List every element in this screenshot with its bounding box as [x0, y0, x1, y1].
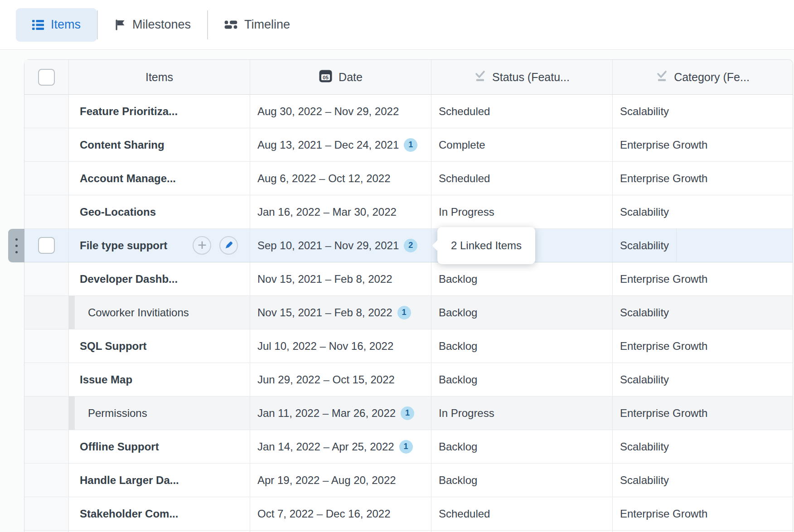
linked-items-tooltip: 2 Linked Items — [437, 227, 535, 264]
item-name-cell[interactable]: File type support+ — [69, 229, 250, 262]
linked-items-badge[interactable]: 2 — [404, 239, 417, 252]
table-row[interactable]: File type support+ Sep 10, 2021 – Nov 29… — [24, 229, 793, 262]
date-cell[interactable]: Aug 6, 2022 – Oct 12, 2022 — [250, 162, 431, 195]
calendar-icon: 05 — [319, 69, 333, 86]
status-cell[interactable]: Backlog — [431, 262, 613, 295]
category-cell[interactable]: Scalability — [613, 296, 793, 329]
table-row[interactable]: Offline Support Jan 14, 2022 – Apr 25, 2… — [24, 430, 793, 464]
category-cell[interactable]: Scalability — [613, 195, 793, 228]
check-bar-icon — [474, 70, 486, 85]
table-row[interactable]: Geo-Locations Jan 16, 2022 – Mar 30, 202… — [24, 195, 793, 229]
item-name-cell[interactable]: SQL Support — [69, 329, 250, 363]
date-cell[interactable]: Nov 15, 2021 – Feb 8, 2022 1 — [250, 296, 431, 329]
row-number-cell — [24, 464, 69, 497]
item-name-cell[interactable]: Issue Map — [69, 363, 250, 396]
status-cell[interactable]: Scheduled — [431, 497, 613, 530]
item-name-cell[interactable]: Content Sharing — [69, 128, 250, 161]
plus-icon: + — [198, 237, 207, 252]
add-child-button[interactable]: + — [193, 236, 211, 255]
status-cell[interactable]: Backlog — [431, 430, 613, 463]
row-number-cell — [24, 128, 69, 161]
status-cell[interactable]: Complete — [431, 128, 613, 161]
item-name-cell[interactable]: Handle Larger Da... — [69, 464, 250, 497]
row-number-cell — [24, 262, 69, 295]
linked-items-badge[interactable]: 1 — [399, 440, 413, 454]
select-all-checkbox[interactable] — [38, 69, 55, 86]
drag-handle[interactable] — [8, 229, 24, 262]
category-cell[interactable]: Scalability — [613, 430, 793, 463]
tab-milestones[interactable]: Milestones — [98, 8, 207, 42]
table-row[interactable]: Content Sharing Aug 13, 2021 – Dec 24, 2… — [24, 128, 793, 162]
date-cell[interactable]: Jun 29, 2022 – Oct 15, 2022 — [250, 363, 431, 396]
edit-item-button[interactable] — [219, 236, 238, 255]
category-cell[interactable]: Scalability — [613, 464, 793, 497]
tab-items[interactable]: Items — [16, 8, 97, 42]
date-cell[interactable]: Apr 19, 2022 – Aug 20, 2022 — [250, 464, 431, 497]
category-cell[interactable]: Enterprise Growth — [613, 397, 793, 430]
date-cell[interactable]: Aug 13, 2021 – Dec 24, 2021 1 — [250, 128, 431, 161]
tab-timeline-label: Timeline — [244, 18, 290, 32]
linked-items-badge[interactable]: 1 — [397, 306, 411, 319]
column-header-items[interactable]: Items — [69, 60, 250, 94]
category-cell[interactable]: Scalability — [613, 229, 677, 262]
table-row[interactable]: Handle Larger Da... Apr 19, 2022 – Aug 2… — [24, 464, 793, 497]
category-cell[interactable]: Scalability — [613, 95, 793, 128]
item-name-cell[interactable]: Offline Support — [69, 430, 250, 463]
item-name-cell[interactable]: Permissions — [69, 397, 250, 430]
item-name-cell[interactable]: Geo-Locations — [69, 195, 250, 228]
row-checkbox[interactable] — [38, 237, 55, 254]
select-all-cell — [24, 60, 69, 94]
category-cell[interactable]: Enterprise Growth — [613, 262, 793, 295]
table-body: Feature Prioritiza... Aug 30, 2022 – Nov… — [24, 95, 793, 532]
date-cell[interactable]: Jan 16, 2022 – Mar 30, 2022 — [250, 195, 431, 228]
date-cell[interactable]: Jul 10, 2022 – Nov 16, 2022 — [250, 329, 431, 363]
table-row[interactable]: SQL Support Jul 10, 2022 – Nov 16, 2022 … — [24, 329, 793, 363]
status-cell[interactable]: Scheduled — [431, 162, 613, 195]
date-cell[interactable]: Jan 14, 2022 – Apr 25, 2022 1 — [250, 430, 431, 463]
table-row[interactable]: Account Manage... Aug 6, 2022 – Oct 12, … — [24, 162, 793, 195]
tab-milestones-label: Milestones — [132, 18, 191, 32]
item-name-cell[interactable]: Account Manage... — [69, 162, 250, 195]
column-header-date[interactable]: 05 Date — [250, 60, 431, 94]
tab-timeline[interactable]: Timeline — [208, 8, 306, 42]
linked-items-badge[interactable]: 1 — [404, 138, 417, 152]
category-cell[interactable]: Enterprise Growth — [613, 329, 793, 363]
date-cell[interactable]: Oct 7, 2022 – Dec 16, 2022 — [250, 497, 431, 530]
column-header-status-label: Status (Featu... — [492, 71, 570, 84]
status-cell[interactable]: Backlog — [431, 296, 613, 329]
table-row[interactable]: Coworker Invitiations Nov 15, 2021 – Feb… — [24, 296, 793, 329]
date-cell[interactable]: Sep 10, 2021 – Nov 29, 2021 2 — [250, 229, 431, 262]
column-header-category[interactable]: Category (Fe... — [613, 60, 793, 94]
item-name-cell[interactable]: Stakeholder Com... — [69, 497, 250, 530]
table-row[interactable]: Feature Prioritiza... Aug 30, 2022 – Nov… — [24, 95, 793, 128]
table-row[interactable]: Stakeholder Com... Oct 7, 2022 – Dec 16,… — [24, 497, 793, 531]
column-header-date-label: Date — [339, 71, 363, 84]
check-bar-icon — [656, 70, 668, 85]
view-tab-bar: Items Milestones Timeline — [0, 0, 794, 50]
table-row[interactable]: Issue Map Jun 29, 2022 – Oct 15, 2022 Ba… — [24, 363, 793, 397]
row-number-cell — [24, 162, 69, 195]
status-cell[interactable]: Scheduled — [431, 95, 613, 128]
item-name-cell[interactable]: Developer Dashb... — [69, 262, 250, 295]
item-name-cell[interactable]: Coworker Invitiations — [69, 296, 250, 329]
column-header-status[interactable]: Status (Featu... — [431, 60, 613, 94]
date-cell[interactable]: Jan 11, 2022 – Mar 26, 2022 1 — [250, 397, 431, 430]
date-cell[interactable]: Nov 15, 2021 – Feb 8, 2022 — [250, 262, 431, 295]
row-number-cell — [24, 95, 69, 128]
table-row[interactable]: Developer Dashb... Nov 15, 2021 – Feb 8,… — [24, 262, 793, 296]
table-row[interactable]: Permissions Jan 11, 2022 – Mar 26, 2022 … — [24, 397, 793, 430]
category-cell[interactable]: Scalability — [613, 363, 793, 396]
status-cell[interactable]: In Progress — [431, 195, 613, 228]
category-cell[interactable]: Enterprise Growth — [613, 128, 793, 161]
column-header-items-label: Items — [145, 71, 173, 84]
status-cell[interactable]: Backlog — [431, 363, 613, 396]
category-cell[interactable]: Enterprise Growth — [613, 497, 793, 530]
category-cell[interactable]: Enterprise Growth — [613, 162, 793, 195]
column-header-category-label: Category (Fe... — [674, 71, 750, 84]
date-cell[interactable]: Aug 30, 2022 – Nov 29, 2022 — [250, 95, 431, 128]
status-cell[interactable]: Backlog — [431, 329, 613, 363]
item-name-cell[interactable]: Feature Prioritiza... — [69, 95, 250, 128]
status-cell[interactable]: In Progress — [431, 397, 613, 430]
status-cell[interactable]: Backlog — [431, 464, 613, 497]
linked-items-badge[interactable]: 1 — [401, 406, 414, 420]
